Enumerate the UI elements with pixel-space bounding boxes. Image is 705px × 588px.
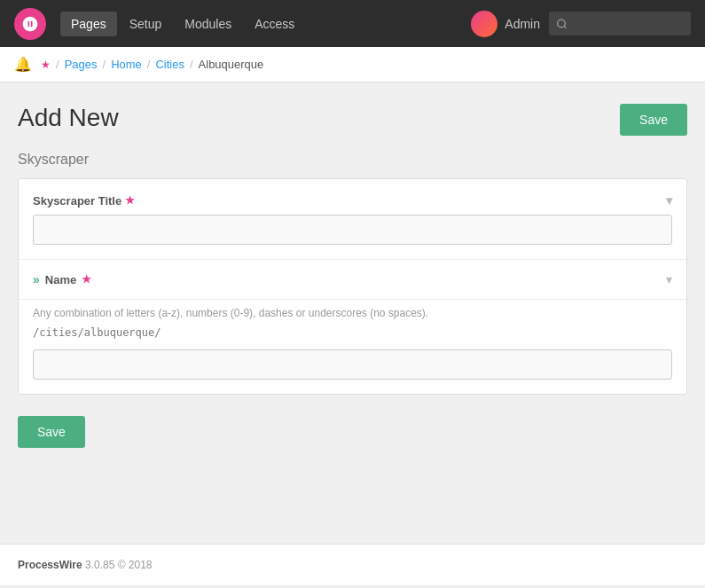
save-button-top[interactable]: Save bbox=[620, 104, 687, 136]
nav-links: Pages Setup Modules Access bbox=[60, 12, 464, 36]
svg-line-1 bbox=[564, 26, 566, 27]
name-hint: Any combination of letters (a-z), number… bbox=[19, 300, 686, 323]
nav-right: Admin bbox=[471, 11, 691, 37]
user-menu[interactable]: Admin bbox=[471, 11, 540, 37]
search-wrapper bbox=[549, 12, 691, 35]
breadcrumb-cities[interactable]: Cities bbox=[155, 58, 184, 71]
name-field: » Name ★ ▾ Any combination of letters (a… bbox=[19, 260, 686, 394]
name-input[interactable] bbox=[33, 349, 672, 380]
name-required: ★ bbox=[82, 273, 91, 286]
star-icon: ★ bbox=[41, 59, 51, 71]
footer-version: 3.0.85 bbox=[85, 559, 114, 571]
search-input[interactable] bbox=[549, 12, 691, 35]
footer-copyright: © 2018 bbox=[118, 559, 153, 571]
logo bbox=[14, 8, 46, 40]
title-collapse-icon[interactable]: ▾ bbox=[666, 193, 672, 208]
save-button-bottom[interactable]: Save bbox=[18, 416, 85, 448]
page-footer: ProcessWire 3.0.85 © 2018 bbox=[0, 544, 705, 585]
bell-icon: 🔔 bbox=[14, 56, 32, 73]
breadcrumb-pages[interactable]: Pages bbox=[65, 58, 98, 71]
name-field-header: » Name ★ ▾ bbox=[19, 260, 686, 300]
title-input[interactable] bbox=[33, 215, 672, 245]
top-navigation: Pages Setup Modules Access Admin bbox=[0, 0, 705, 47]
section-label: Skyscraper bbox=[18, 152, 687, 168]
title-field: Skyscraper Title ★ ▾ bbox=[19, 179, 686, 260]
nav-access[interactable]: Access bbox=[244, 12, 305, 36]
name-input-wrapper bbox=[19, 346, 686, 394]
logo-icon bbox=[21, 15, 39, 33]
search-icon bbox=[556, 18, 568, 29]
sep-3: / bbox=[147, 58, 151, 71]
breadcrumb-current: Albuquerque bbox=[199, 58, 264, 71]
nav-pages[interactable]: Pages bbox=[60, 12, 117, 36]
sep-2: / bbox=[103, 58, 106, 71]
breadcrumb: 🔔 ★ / Pages / Home / Cities / Albuquerqu… bbox=[0, 47, 705, 82]
form-panel: Skyscraper Title ★ ▾ » Name ★ ▾ Any comb… bbox=[18, 178, 687, 395]
name-arrows-icon: » bbox=[33, 272, 40, 286]
footer-brand: ProcessWire bbox=[18, 559, 82, 571]
nav-modules[interactable]: Modules bbox=[174, 12, 242, 36]
user-label: Admin bbox=[505, 17, 540, 31]
title-field-label: Skyscraper Title ★ ▾ bbox=[33, 193, 672, 208]
main-content: Add New Save Skyscraper Skyscraper Title… bbox=[0, 82, 705, 544]
title-label-text: Skyscraper Title bbox=[33, 194, 121, 208]
page-header: Add New Save bbox=[18, 104, 687, 136]
breadcrumb-home[interactable]: Home bbox=[111, 58, 142, 71]
sep-4: / bbox=[190, 58, 193, 71]
sep-1: / bbox=[56, 58, 59, 71]
name-label: » Name ★ bbox=[33, 272, 91, 286]
page-title: Add New bbox=[18, 104, 119, 132]
name-label-text: Name bbox=[45, 273, 76, 286]
name-prefix: /cities/albuquerque/ bbox=[19, 323, 686, 346]
nav-setup[interactable]: Setup bbox=[119, 12, 173, 36]
svg-point-0 bbox=[558, 20, 566, 27]
title-required: ★ bbox=[125, 194, 135, 207]
name-collapse-icon[interactable]: ▾ bbox=[666, 272, 672, 286]
avatar bbox=[471, 11, 497, 37]
